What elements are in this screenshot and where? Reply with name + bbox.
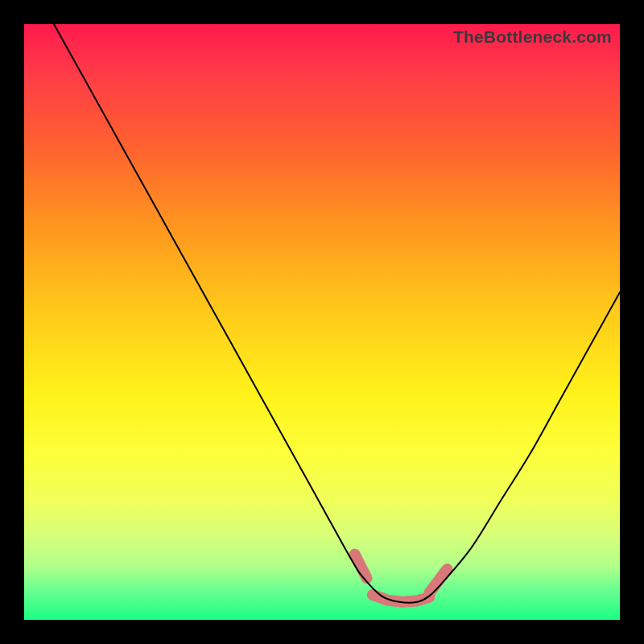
plot-svg <box>24 24 620 620</box>
gradient-plot-area: TheBottleneck.com <box>24 24 620 620</box>
bottleneck-curve <box>54 24 620 603</box>
